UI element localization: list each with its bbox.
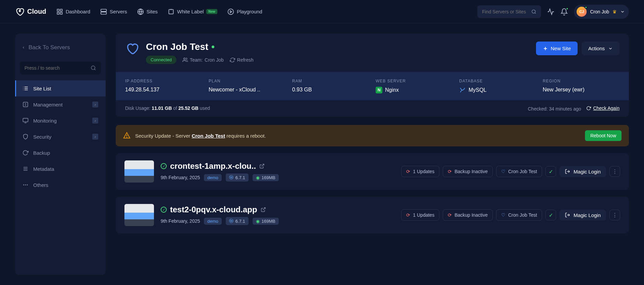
team-icon: ♡	[501, 212, 505, 218]
metadata-icon	[22, 166, 29, 172]
notifications-icon-button[interactable]	[560, 8, 568, 15]
external-link-icon	[261, 207, 266, 212]
activity-icon	[547, 8, 554, 15]
check-icon: ✓	[161, 207, 167, 213]
nav-dashboard[interactable]: Dashboard	[56, 8, 90, 15]
nginx-icon: N	[376, 87, 382, 93]
user-name: Cron Job	[590, 9, 609, 14]
svg-point-32	[23, 185, 24, 185]
sidebar-item-label: Monitoring	[33, 118, 57, 124]
team-pill[interactable]: ♡Cron Job Test	[496, 209, 542, 221]
team-link[interactable]: Team: Cron Job	[182, 57, 224, 63]
site-date: 9th February, 2025	[161, 175, 200, 180]
monitor-icon	[22, 118, 29, 124]
magic-login-button[interactable]: Magic Login	[559, 210, 606, 221]
backup-pill[interactable]: ⟳Backup Inactive	[443, 166, 493, 177]
chevron-down-icon	[620, 9, 625, 14]
back-to-servers[interactable]: Back To Servers	[15, 40, 106, 56]
new-site-button[interactable]: New Site	[536, 42, 578, 55]
global-search[interactable]	[477, 5, 541, 18]
site-card: ✓ crontest-1amp.x-clou.. 9th February, 2…	[116, 153, 629, 190]
chevron-right-icon: ›	[92, 134, 98, 140]
site-thumbnail	[124, 160, 154, 183]
search-icon	[91, 65, 96, 71]
site-name[interactable]: crontest-1amp.x-clou..	[170, 161, 256, 171]
svg-rect-0	[57, 9, 59, 11]
more-options-button[interactable]: ⋮	[609, 166, 620, 177]
external-link-button[interactable]	[261, 207, 266, 212]
sidebar-item-backup[interactable]: Backup	[15, 145, 106, 161]
sidebar: Back To Servers Site List Management › M…	[15, 33, 106, 275]
wordpress-icon: ⓦ	[229, 218, 233, 224]
more-options-button[interactable]: ⋮	[609, 210, 620, 220]
crown-icon: ♛	[612, 9, 617, 14]
sidebar-item-security[interactable]: Security ›	[15, 129, 106, 145]
nav-white-label[interactable]: White Label New	[168, 8, 217, 15]
sidebar-item-others[interactable]: Others	[15, 177, 106, 193]
stat-region: REGION New Jersey (ewr)	[543, 79, 620, 93]
nav-playground[interactable]: Playground	[227, 8, 262, 15]
warning-icon	[123, 132, 130, 139]
external-link-icon	[259, 163, 265, 169]
updates-pill[interactable]: ⟳1 Updates	[401, 209, 439, 221]
sidebar-search[interactable]	[20, 62, 101, 74]
site-date: 9th February, 2025	[161, 218, 200, 224]
svg-rect-4	[101, 9, 107, 11]
activity-icon-button[interactable]	[547, 8, 554, 15]
svg-line-42	[263, 208, 265, 210]
site-size: ◉169MB	[253, 218, 279, 225]
site-thumbnail	[124, 204, 154, 226]
stat-database: DATABASE MySQL	[459, 79, 536, 93]
wp-version: ⓦ6.7.1	[226, 217, 249, 225]
dots-icon	[22, 182, 29, 188]
search-input[interactable]	[482, 9, 528, 14]
nav-servers[interactable]: Servers	[100, 8, 127, 15]
server-title: Cron Job Test	[146, 42, 208, 52]
nav-sites[interactable]: Sites	[137, 8, 158, 15]
sidebar-item-monitoring[interactable]: Monitoring ›	[15, 113, 106, 129]
svg-line-15	[535, 13, 536, 14]
svg-point-35	[183, 58, 185, 60]
updates-pill[interactable]: ⟳1 Updates	[401, 166, 439, 177]
sidebar-item-label: Metadata	[33, 166, 54, 172]
chevron-down-icon	[608, 46, 613, 51]
svg-rect-27	[23, 118, 28, 122]
user-menu[interactable]: CJ Cron Job ♛	[574, 5, 629, 19]
svg-rect-1	[60, 9, 62, 11]
site-name[interactable]: test2-0pqv.x-cloud.app	[170, 205, 257, 214]
server-logo-icon	[125, 42, 139, 56]
external-link-button[interactable]	[259, 163, 265, 169]
refresh-button[interactable]: Refresh	[230, 57, 254, 63]
sidebar-search-input[interactable]	[24, 65, 91, 71]
alert-server-link[interactable]: Cron Job Test	[192, 133, 225, 139]
reboot-button[interactable]: Reboot Now	[585, 130, 622, 141]
backup-icon: ⟳	[448, 169, 452, 174]
sidebar-item-metadata[interactable]: Metadata	[15, 161, 106, 177]
svg-rect-3	[60, 12, 62, 14]
check-again-button[interactable]: Check Again	[586, 105, 620, 111]
avatar: CJ	[577, 7, 587, 17]
wp-version: ⓦ6.7.1	[226, 173, 249, 182]
sidebar-item-management[interactable]: Management ›	[15, 96, 106, 113]
brand-logo[interactable]: Cloud	[15, 7, 46, 16]
refresh-icon	[230, 57, 235, 63]
magic-login-button[interactable]: Magic Login	[559, 166, 606, 177]
dashboard-icon	[56, 8, 63, 15]
svg-marker-13	[230, 10, 232, 13]
actions-button[interactable]: Actions	[582, 42, 620, 55]
notification-dot	[566, 7, 569, 10]
status-check: ✓	[545, 210, 556, 220]
play-icon	[227, 8, 234, 15]
svg-point-33	[25, 185, 26, 185]
globe-icon	[137, 8, 144, 15]
sidebar-item-site-list[interactable]: Site List	[15, 80, 106, 96]
backup-pill[interactable]: ⟳Backup Inactive	[443, 209, 493, 221]
tag-icon	[168, 8, 174, 15]
svg-rect-2	[57, 12, 59, 14]
svg-point-14	[532, 10, 535, 13]
status-check: ✓	[545, 166, 556, 177]
team-icon: ♡	[501, 169, 505, 174]
team-pill[interactable]: ♡Cron Job Test	[496, 166, 542, 177]
stat-ip: IP ADDRESS 149.28.54.137	[125, 79, 202, 93]
sidebar-item-label: Security	[33, 134, 51, 140]
